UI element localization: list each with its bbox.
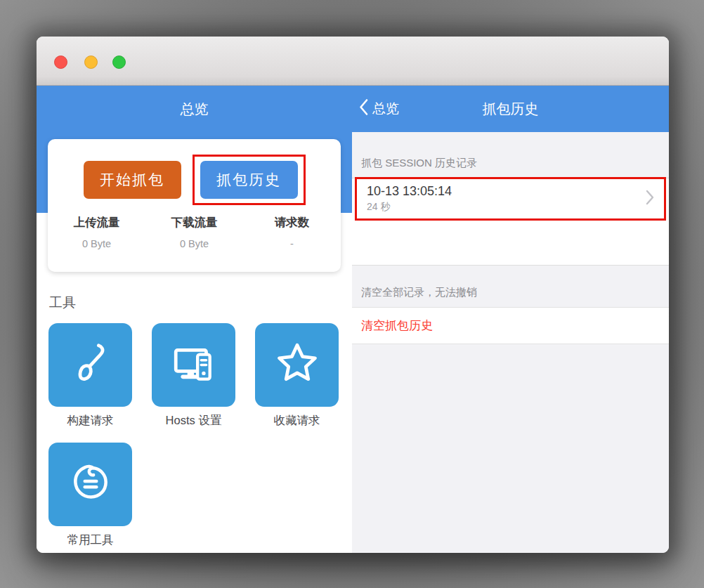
chevron-right-icon (646, 190, 654, 208)
download-stat: 下载流量 0 Byte (145, 215, 243, 249)
hosts-settings-tile[interactable] (152, 323, 235, 407)
session-list: 10-13 13:05:14 24 秒 (352, 178, 669, 266)
request-count-stat: 请求数 - (243, 215, 341, 249)
history-header: 抓包历史 总览 (352, 86, 669, 132)
history-panel: 抓包历史 总览 抓包 SESSION 历史记录 (352, 86, 669, 553)
upload-value: 0 Byte (48, 238, 145, 249)
window-titlebar[interactable] (37, 37, 669, 86)
back-button[interactable]: 总览 (359, 86, 399, 132)
session-duration: 24 秒 (367, 201, 646, 214)
back-button-label: 总览 (372, 100, 399, 118)
capture-history-button[interactable]: 抓包历史 (200, 161, 298, 199)
tool-common-tools[interactable]: 常用工具 (48, 443, 132, 548)
request-count-value: - (243, 238, 341, 249)
capture-buttons: 开始抓包 抓包历史 (48, 139, 341, 205)
chevron-left-icon (359, 98, 368, 119)
session-time: 10-13 13:05:14 (367, 184, 646, 199)
tool-favorite-requests[interactable]: 收藏请求 (255, 323, 339, 429)
request-count-label: 请求数 (243, 215, 341, 230)
capture-card: 开始抓包 抓包历史 上传流量 0 Byte 下载流量 0 Byte (48, 139, 341, 272)
tool-build-request[interactable]: 构建请求 (48, 323, 132, 429)
download-value: 0 Byte (145, 238, 243, 249)
favorite-requests-tile[interactable] (255, 323, 339, 407)
tools-section-title: 工具 (49, 294, 76, 312)
clear-history-button[interactable]: 清空抓包历史 (352, 307, 669, 344)
close-button[interactable] (54, 55, 67, 69)
history-title: 抓包历史 (352, 86, 669, 132)
start-capture-button[interactable]: 开始抓包 (84, 161, 181, 199)
hosts-settings-label: Hosts 设置 (152, 413, 235, 429)
favorite-requests-label: 收藏请求 (255, 413, 339, 429)
tool-hosts-settings[interactable]: Hosts 设置 (152, 323, 235, 429)
brush-icon (67, 341, 114, 390)
session-texts: 10-13 13:05:14 24 秒 (367, 184, 646, 214)
session-row[interactable]: 10-13 13:05:14 24 秒 (355, 177, 666, 221)
overview-panel: 总览 开始抓包 抓包历史 上传流量 0 Byte (37, 86, 352, 553)
computer-icon (171, 341, 217, 390)
build-request-tile[interactable] (48, 323, 132, 407)
clear-section-footer: 清空全部记录，无法撤销 (352, 266, 669, 307)
history-panel-filler (352, 344, 669, 553)
session-section-header: 抓包 SESSION 历史记录 (352, 132, 669, 178)
star-icon (274, 341, 320, 390)
zoom-button[interactable] (112, 55, 126, 69)
traffic-stats: 上传流量 0 Byte 下载流量 0 Byte 请求数 - (48, 215, 341, 249)
download-label: 下载流量 (145, 215, 243, 230)
backdrop: 总览 开始抓包 抓包历史 上传流量 0 Byte (0, 0, 704, 588)
highlight-box-history-button: 抓包历史 (193, 155, 306, 205)
upload-label: 上传流量 (48, 215, 145, 230)
app-window: 总览 开始抓包 抓包历史 上传流量 0 Byte (37, 37, 669, 553)
overview-title: 总览 (37, 86, 352, 132)
upload-stat: 上传流量 0 Byte (48, 215, 145, 249)
common-tools-label: 常用工具 (48, 533, 132, 548)
minimize-button[interactable] (84, 55, 98, 69)
common-tools-tile[interactable] (48, 443, 132, 526)
app-content: 总览 开始抓包 抓包历史 上传流量 0 Byte (37, 86, 669, 553)
tools-grid: 构建请求 (48, 323, 344, 548)
build-request-label: 构建请求 (48, 413, 132, 429)
toolbox-icon (67, 460, 114, 509)
